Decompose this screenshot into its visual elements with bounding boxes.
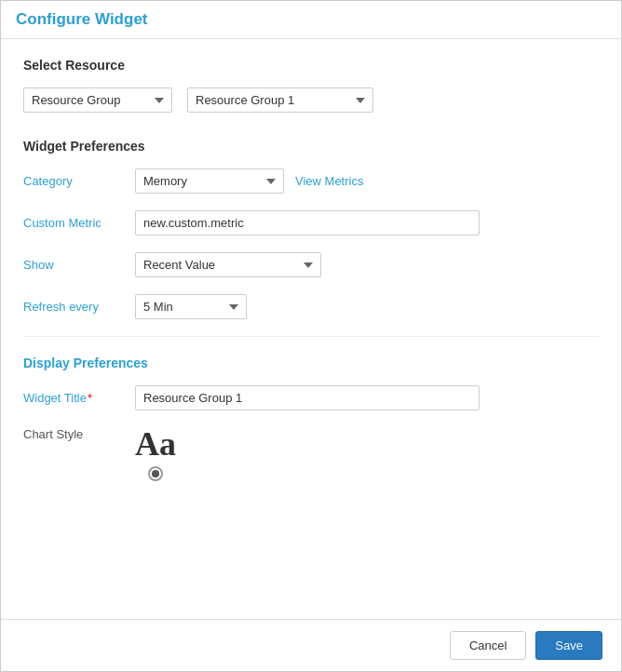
- resource-type-select[interactable]: Resource Group Resource Host Resource Po…: [23, 87, 172, 113]
- view-metrics-link[interactable]: View Metrics: [295, 174, 363, 188]
- widget-title-input[interactable]: [135, 385, 480, 410]
- select-resource-section: Select Resource Resource Group Resource …: [23, 58, 599, 113]
- refresh-label: Refresh every: [23, 300, 135, 314]
- custom-metric-control-area: [135, 210, 599, 235]
- resource-selects: Resource Group Resource Host Resource Po…: [23, 87, 599, 113]
- display-preferences-title: Display Preferences: [23, 356, 599, 370]
- save-button[interactable]: Save: [535, 631, 602, 660]
- refresh-select[interactable]: 1 Min 5 Min 10 Min 30 Min 1 Hour: [135, 294, 247, 319]
- dialog-body: Select Resource Resource Group Resource …: [1, 39, 621, 619]
- custom-metric-row: Custom Metric: [23, 210, 599, 235]
- category-select[interactable]: Memory CPU Disk Network: [135, 168, 284, 194]
- select-resource-title: Select Resource: [23, 58, 599, 73]
- widget-preferences-section: Widget Preferences Category Memory CPU D…: [23, 139, 599, 319]
- widget-title-row: Widget Title*: [23, 385, 599, 410]
- category-label: Category: [23, 174, 135, 188]
- chart-style-font-icon: Aa: [135, 427, 176, 461]
- chart-style-row: Chart Style Aa: [23, 427, 599, 481]
- required-star: *: [88, 391, 92, 405]
- show-control-area: Recent Value Average Maximum Minimum: [135, 252, 599, 277]
- category-row: Category Memory CPU Disk Network View Me…: [23, 168, 599, 194]
- chart-style-label: Chart Style: [23, 427, 135, 441]
- dialog-title: Configure Widget: [16, 10, 148, 28]
- chart-style-radio[interactable]: [148, 466, 163, 481]
- widget-preferences-title: Widget Preferences: [23, 139, 599, 154]
- widget-title-control-area: [135, 385, 599, 410]
- refresh-row: Refresh every 1 Min 5 Min 10 Min 30 Min …: [23, 294, 599, 319]
- configure-widget-dialog: Configure Widget Select Resource Resourc…: [0, 0, 622, 672]
- category-control-area: Memory CPU Disk Network View Metrics: [135, 168, 599, 194]
- dialog-header: Configure Widget: [1, 1, 621, 39]
- show-select[interactable]: Recent Value Average Maximum Minimum: [135, 252, 321, 277]
- display-preferences-section: Display Preferences Widget Title* Chart …: [23, 356, 599, 481]
- show-row: Show Recent Value Average Maximum Minimu…: [23, 252, 599, 277]
- chart-style-content: Aa: [135, 427, 176, 481]
- section-divider: [23, 336, 599, 337]
- dialog-footer: Cancel Save: [1, 619, 621, 671]
- show-label: Show: [23, 258, 135, 272]
- cancel-button[interactable]: Cancel: [450, 631, 526, 660]
- widget-title-label: Widget Title*: [23, 391, 135, 405]
- custom-metric-label: Custom Metric: [23, 216, 135, 230]
- custom-metric-input[interactable]: [135, 210, 480, 235]
- resource-group-select[interactable]: Resource Group 1 Resource Group 2 Resour…: [187, 87, 373, 113]
- refresh-control-area: 1 Min 5 Min 10 Min 30 Min 1 Hour: [135, 294, 599, 319]
